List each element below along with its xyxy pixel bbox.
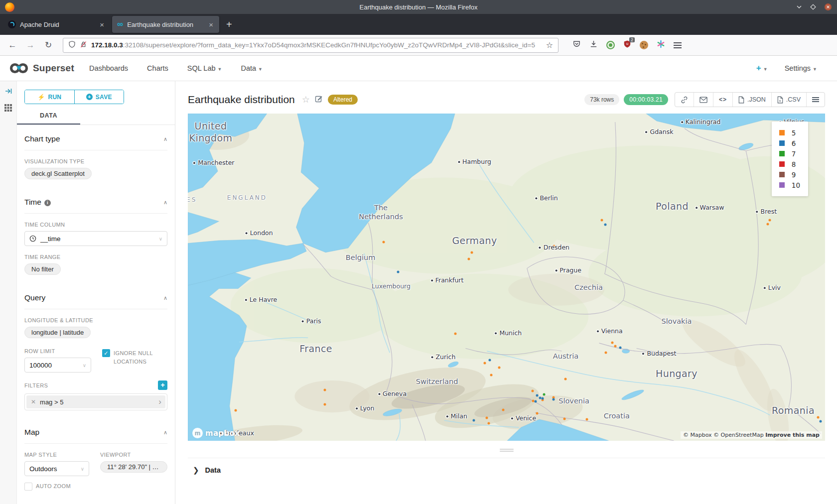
tab-close-icon[interactable]: ×: [99, 20, 105, 29]
container-extension-icon[interactable]: [657, 40, 665, 50]
panel-drag-handle[interactable]: [500, 448, 514, 453]
ignore-null-checkbox[interactable]: ✓: [102, 349, 110, 357]
new-tab-button[interactable]: +: [221, 19, 237, 30]
lonlat-value[interactable]: longitude | latitude: [24, 327, 91, 338]
earthquake-point[interactable]: [766, 223, 769, 226]
earthquake-point[interactable]: [768, 219, 771, 221]
pocket-icon[interactable]: [572, 40, 581, 50]
auto-zoom-checkbox[interactable]: [24, 483, 32, 491]
earthquake-point[interactable]: [543, 393, 545, 396]
insecure-lock-icon[interactable]: [80, 40, 87, 50]
earthquake-point[interactable]: [397, 270, 400, 273]
filter-item[interactable]: ✕ mag > 5 ›: [26, 395, 165, 408]
section-map[interactable]: Map∧: [24, 418, 167, 444]
earthquake-point[interactable]: [234, 409, 237, 411]
earthquake-point[interactable]: [604, 223, 606, 226]
adblock-extension-icon[interactable]: u 2: [623, 40, 631, 50]
favorite-star-icon[interactable]: ☆: [302, 94, 310, 105]
add-new-button[interactable]: +▼: [756, 63, 768, 73]
attribution-mapbox[interactable]: © Mapbox: [683, 432, 712, 438]
earthquake-point[interactable]: [542, 397, 544, 399]
data-results-panel[interactable]: ❯ Data: [188, 458, 825, 482]
chevron-right-icon[interactable]: ›: [154, 397, 165, 407]
earthquake-point[interactable]: [468, 258, 470, 260]
settings-menu[interactable]: Settings▼: [785, 64, 817, 72]
window-minimize-button[interactable]: [796, 4, 802, 10]
earthquake-point[interactable]: [471, 251, 473, 253]
earthquake-point[interactable]: [485, 417, 488, 419]
earthquake-point[interactable]: [564, 378, 567, 380]
time-range-value[interactable]: No filter: [24, 263, 61, 275]
earthquake-point[interactable]: [553, 398, 555, 401]
tab-apache-druid[interactable]: Apache Druid ×: [3, 16, 110, 33]
nav-data[interactable]: Data▼: [241, 64, 263, 72]
map-style-select[interactable]: Outdoors ∨: [24, 461, 89, 476]
mapbox-logo[interactable]: m mapbox: [192, 428, 240, 438]
attribution-improve[interactable]: Improve this map: [765, 432, 820, 438]
dataset-grid-icon[interactable]: [4, 104, 12, 114]
export-csv-button[interactable]: .CSV: [772, 93, 807, 107]
earthquake-point[interactable]: [454, 332, 457, 335]
earthquake-point[interactable]: [585, 418, 588, 421]
tab-close-icon[interactable]: ×: [208, 20, 214, 29]
viz-type-value[interactable]: deck.gl Scatterplot: [24, 168, 92, 179]
earthquake-point[interactable]: [323, 389, 326, 391]
remove-filter-icon[interactable]: ✕: [26, 398, 40, 405]
earthquake-point[interactable]: [487, 422, 490, 424]
download-icon[interactable]: [589, 40, 598, 50]
earthquake-point[interactable]: [323, 403, 326, 406]
attribution-osm[interactable]: © OpenStreetMap: [713, 432, 764, 438]
time-column-select[interactable]: __time ∨: [24, 231, 167, 246]
earthquake-point[interactable]: [535, 400, 537, 403]
tab-earthquake-distribution[interactable]: ∞ Earthquake distribution ×: [112, 16, 219, 33]
bookmark-star-icon[interactable]: ☆: [546, 40, 553, 50]
url-bar[interactable]: 172.18.0.3:32108/superset/explore/?form_…: [63, 38, 558, 53]
tab-data[interactable]: DATA: [17, 112, 80, 125]
earthquake-point[interactable]: [820, 420, 822, 423]
firefox-menu-icon[interactable]: [674, 42, 682, 48]
earthquake-point[interactable]: [490, 374, 492, 376]
earthquake-point[interactable]: [601, 219, 603, 222]
nav-sql-lab[interactable]: SQL Lab▼: [187, 64, 222, 72]
earthquake-point[interactable]: [817, 416, 819, 418]
earthquake-point[interactable]: [536, 394, 538, 396]
earthquake-point[interactable]: [605, 352, 607, 354]
edit-properties-icon[interactable]: [315, 95, 323, 105]
export-json-button[interactable]: .JSON: [733, 93, 772, 107]
earthquake-point[interactable]: [614, 345, 617, 348]
earthquake-point[interactable]: [382, 241, 385, 244]
url-text[interactable]: 172.18.0.3:32108/superset/explore/?form_…: [91, 41, 542, 49]
copy-link-button[interactable]: [675, 93, 694, 107]
superset-logo[interactable]: Superset: [9, 62, 74, 74]
expand-datasource-icon[interactable]: [4, 87, 12, 97]
earthquake-point[interactable]: [502, 408, 505, 411]
earthquake-point[interactable]: [531, 390, 534, 392]
email-share-button[interactable]: [694, 93, 713, 107]
earthquake-point[interactable]: [563, 417, 565, 420]
back-button[interactable]: ←: [5, 40, 20, 50]
earthquake-point[interactable]: [619, 346, 622, 349]
chart-menu-button[interactable]: [807, 93, 825, 107]
run-button[interactable]: ⚡RUN: [25, 90, 74, 104]
shield-icon[interactable]: [68, 40, 76, 50]
add-filter-button[interactable]: +: [158, 380, 167, 390]
nav-charts[interactable]: Charts: [147, 64, 168, 72]
privacy-extension-icon[interactable]: [606, 41, 615, 49]
forward-button[interactable]: →: [23, 40, 38, 50]
earthquake-point[interactable]: [473, 419, 475, 422]
earthquake-point[interactable]: [484, 362, 486, 365]
nav-dashboards[interactable]: Dashboards: [89, 64, 128, 72]
earthquake-point[interactable]: [489, 359, 491, 362]
earthquake-point[interactable]: [498, 367, 501, 369]
window-close-button[interactable]: [824, 3, 832, 11]
section-chart-type[interactable]: Chart type∧: [24, 125, 167, 150]
save-button[interactable]: +SAVE: [74, 90, 124, 104]
embed-code-button[interactable]: <>: [713, 93, 733, 107]
reload-button[interactable]: ↻: [41, 40, 56, 50]
section-time[interactable]: Timei ∧: [24, 188, 167, 214]
deckgl-map[interactable]: United KingdomManchesterENGLANDESLondonT…: [188, 114, 825, 441]
row-limit-select[interactable]: 100000 ∨: [24, 358, 91, 373]
section-query[interactable]: Query∧: [24, 284, 167, 309]
viewport-value[interactable]: 11° 28' 29.70" | 50...: [100, 461, 167, 473]
earthquake-point[interactable]: [611, 341, 613, 344]
